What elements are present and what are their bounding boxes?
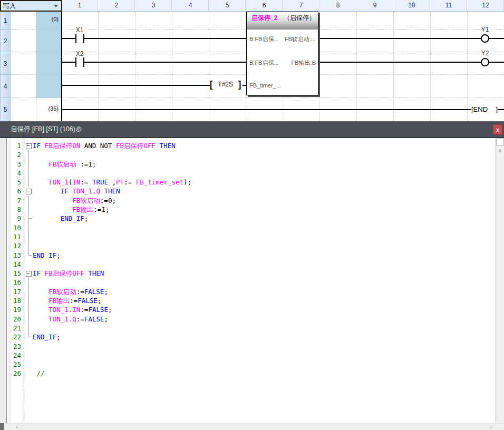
mode-selector-value: 写入 xyxy=(1,2,54,11)
column-headers: 123456789101112 xyxy=(61,0,504,12)
fold-guide xyxy=(25,232,33,241)
fb-block[interactable]: 启保停_2 （启保停） B:FB启保... B:FB启保... FB_timer… xyxy=(246,12,318,95)
fold-guide xyxy=(25,342,33,351)
column-header: 10 xyxy=(393,0,430,11)
grid-line-v xyxy=(172,12,172,121)
code-line: 5 TON_1(IN:= TRUE ,PT:= FB_timer_set); xyxy=(0,178,495,187)
line-number: 23 xyxy=(0,342,21,351)
rung-selection-highlight[interactable] xyxy=(36,12,61,98)
fold-guide xyxy=(25,241,33,250)
fb-input-2: B:FB启保... xyxy=(249,59,279,67)
row-header: 1 xyxy=(0,12,11,30)
vertical-scrollbar-thumb[interactable] xyxy=(496,139,504,146)
fb-instance-name: 启保停_2 xyxy=(251,14,277,30)
end-instruction[interactable]: [END ] xyxy=(471,105,498,113)
line-number: 24 xyxy=(0,351,21,360)
fold-toggle-icon[interactable] xyxy=(25,141,33,150)
fb-window-title: 启保停 [FB] [ST] (106)步 xyxy=(0,125,493,134)
app-window: 写入 123456789101112 12345 (0) (35) X1 Y1 … xyxy=(0,0,504,430)
grid-line-v xyxy=(319,12,320,121)
column-header: 6 xyxy=(246,0,283,11)
code-text: IF FB启保停ON AND NOT FB启保停OFF THEN xyxy=(33,141,176,150)
code-line: 9 END_IF; xyxy=(0,214,495,223)
wire xyxy=(318,38,481,39)
code-text: FB输出:=FALSE; xyxy=(33,296,101,305)
code-line: 25 xyxy=(0,360,495,369)
timer-constant-value: T#2S xyxy=(212,81,238,88)
fold-guide xyxy=(25,169,33,178)
code-line: 15IF FB启保停OFF THEN xyxy=(0,269,495,278)
code-text: END_IF; xyxy=(33,333,61,341)
column-header: 1 xyxy=(61,0,98,11)
code-text: FB软启动:=0; xyxy=(33,196,116,205)
scroll-right-icon[interactable]: › xyxy=(490,424,492,430)
contact-x2-bar xyxy=(75,57,76,67)
coil-y1-label[interactable]: Y1 xyxy=(477,26,493,33)
scroll-left-icon[interactable]: ‹ xyxy=(16,424,18,430)
column-header: 8 xyxy=(319,0,356,11)
coil-y2-label[interactable]: Y2 xyxy=(477,50,493,57)
code-text: END_IF; xyxy=(33,251,61,260)
code-text: FB软启动:=FALSE; xyxy=(33,287,108,296)
st-editor[interactable]: 1IF FB启保停ON AND NOT FB启保停OFF THEN23 FB软启… xyxy=(0,138,495,423)
row-header: 2 xyxy=(0,30,11,52)
wire xyxy=(62,38,75,39)
grid-line-v xyxy=(36,12,36,121)
code-lines[interactable]: 1IF FB启保停ON AND NOT FB启保停OFF THEN23 FB软启… xyxy=(0,141,495,378)
vertical-scrollbar[interactable]: ∧ xyxy=(495,138,504,423)
column-header: 2 xyxy=(98,0,135,11)
code-text: IF FB启保停OFF THEN xyxy=(33,269,104,278)
fold-guide xyxy=(25,205,33,214)
wire xyxy=(62,109,471,110)
fold-guide xyxy=(25,305,33,314)
fold-guide xyxy=(25,278,33,287)
wire xyxy=(243,85,246,86)
column-header: 5 xyxy=(209,0,246,11)
contact-x2-label[interactable]: X2 xyxy=(72,50,87,57)
wire xyxy=(318,62,481,63)
coil-y2[interactable] xyxy=(481,58,489,66)
fold-toggle-icon[interactable] xyxy=(25,187,33,196)
fold-guide xyxy=(25,369,33,378)
code-line: 6 IF TON_1.Q THEN xyxy=(0,187,495,196)
code-line: 13END_IF; xyxy=(0,251,495,260)
step-number-bottom: (35) xyxy=(35,105,60,112)
close-icon[interactable]: x xyxy=(493,124,502,135)
line-number: 16 xyxy=(0,278,21,287)
code-line: 2 xyxy=(0,150,495,159)
wire xyxy=(62,62,75,63)
line-number: 12 xyxy=(0,241,21,250)
grid-line-v xyxy=(135,12,135,121)
fold-guide xyxy=(25,351,33,360)
horizontal-scrollbar[interactable]: ‹ › xyxy=(4,423,504,430)
code-line: 4 xyxy=(0,169,495,178)
code-line: 3 FB软启动 :=1; xyxy=(0,160,495,169)
wire xyxy=(84,62,246,63)
grid-line-v xyxy=(467,12,468,121)
column-header: 11 xyxy=(430,0,467,11)
fold-guide xyxy=(25,223,33,232)
fold-guide xyxy=(25,287,33,296)
fb-type-name: （启保停） xyxy=(284,14,315,30)
fold-guide xyxy=(25,296,33,305)
code-text: TON_1(IN:= TRUE ,PT:= FB_timer_set); xyxy=(33,178,191,187)
grid-line-v xyxy=(430,12,431,121)
grid-line-v xyxy=(356,12,357,121)
scroll-up-icon[interactable]: ∧ xyxy=(496,148,504,153)
timer-constant[interactable]: [ T#2S ] xyxy=(210,80,241,89)
bracket-open: [ xyxy=(210,79,212,90)
fold-guide xyxy=(25,150,33,159)
mode-selector[interactable]: 写入 xyxy=(0,0,62,12)
fold-toggle-icon[interactable] xyxy=(25,269,33,278)
fold-guide xyxy=(25,260,33,269)
step-number-top: (0) xyxy=(35,16,60,22)
grid-line-v xyxy=(393,12,394,121)
contact-x1-label[interactable]: X1 xyxy=(72,26,87,34)
code-line: 26 // xyxy=(0,369,495,378)
chevron-down-icon xyxy=(54,5,58,7)
fb-window-titlebar[interactable]: 启保停 [FB] [ST] (106)步 x xyxy=(0,121,504,138)
row-header: 4 xyxy=(0,75,11,98)
line-number: 10 xyxy=(0,223,21,232)
coil-y1[interactable] xyxy=(481,34,489,43)
code-line: 18 FB输出:=FALSE; xyxy=(0,296,495,305)
